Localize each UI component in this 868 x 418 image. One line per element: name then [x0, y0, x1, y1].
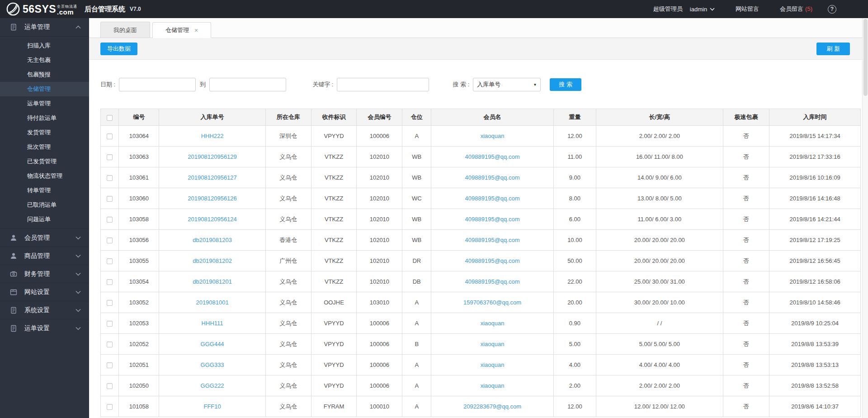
search-button[interactable]: 搜 索 [550, 78, 581, 91]
sidebar-item-shipping-mgmt[interactable]: 发货管理 [0, 125, 89, 140]
search-type-select[interactable]: 入库单号 ▼ [473, 78, 541, 91]
cell-member-name-link[interactable]: xiaoquan [431, 375, 554, 396]
date-from-input[interactable] [119, 78, 196, 91]
cell-warehouse: 义乌仓 [265, 147, 311, 167]
date-to-input[interactable] [209, 78, 286, 91]
cell-warehouse: 义乌仓 [265, 271, 311, 292]
table-row: 103056 db2019081203 香港仓 VTKZZ 102010 WB … [101, 230, 861, 251]
row-checkbox[interactable] [107, 321, 113, 327]
cell-inbound-no-link[interactable]: 2019081001 [159, 292, 265, 313]
cell-inbound-no-link[interactable]: db2019081203 [159, 230, 265, 251]
row-checkbox[interactable] [107, 175, 113, 181]
sidebar-item-package-forecast[interactable]: 包裹预报 [0, 67, 89, 82]
sidebar-item-batch-mgmt[interactable]: 批次管理 [0, 140, 89, 154]
cell-member-name-link[interactable]: xiaoquan [431, 334, 554, 355]
cell-inbound-no-link[interactable]: GGG222 [159, 375, 265, 396]
scrollbar-thumb[interactable] [863, 19, 868, 96]
row-checkbox[interactable] [107, 258, 113, 264]
row-checkbox[interactable] [107, 154, 113, 160]
cell-inbound-no-link[interactable]: 201908120956129 [159, 147, 265, 167]
cell-inbound-no-link[interactable]: HHH111 [159, 313, 265, 334]
cell-recipient-code: VTKZZ [311, 251, 357, 271]
refresh-button[interactable]: 刷 新 [816, 43, 850, 55]
cell-express-package: 否 [723, 251, 769, 271]
cell-id: 103060 [119, 188, 159, 209]
cell-member-name-link[interactable]: 409889195@qq.com [431, 251, 554, 271]
sidebar-group-waybill-mgmt[interactable]: 运单管理 [0, 18, 89, 36]
sidebar-group-product-mgmt[interactable]: 商品管理 [0, 247, 89, 265]
cell-member-name-link[interactable]: xiaoquan [431, 313, 554, 334]
cell-dimensions: 20.00/ 20.00/ 20.00 [596, 230, 723, 251]
row-checkbox[interactable] [107, 383, 113, 389]
cell-member-name-link[interactable]: 409889195@qq.com [431, 167, 554, 188]
row-checkbox[interactable] [107, 362, 113, 368]
cell-inbound-no-link[interactable]: db2019081201 [159, 271, 265, 292]
chevron-down-icon [75, 272, 81, 276]
app-title: 后台管理系统 [85, 5, 125, 14]
cell-id: 101058 [119, 396, 159, 417]
sidebar-item-waybill-mgmt[interactable]: 运单管理 [0, 96, 89, 111]
row-checkbox[interactable] [107, 133, 113, 139]
cell-dimensions: 12.00/ 12.00/ 12.00 [596, 396, 723, 417]
help-icon[interactable]: ? [828, 5, 836, 14]
sidebar-item-logistics-status-mgmt[interactable]: 物流状态管理 [0, 169, 89, 183]
sidebar-item-transfer-mgmt[interactable]: 转单管理 [0, 183, 89, 198]
cell-inbound-no-link[interactable]: GGG444 [159, 334, 265, 355]
cell-inbound-no-link[interactable]: GGG333 [159, 355, 265, 375]
cell-member-name-link[interactable]: 409889195@qq.com [431, 209, 554, 230]
row-checkbox[interactable] [107, 196, 113, 202]
col-header-inbound-no: 入库单号 [159, 109, 265, 126]
cell-express-package: 否 [723, 313, 769, 334]
cell-member-name-link[interactable]: 409889195@qq.com [431, 147, 554, 167]
cell-member-name-link[interactable]: 409889195@qq.com [431, 230, 554, 251]
cell-inbound-no-link[interactable]: 201908120956124 [159, 209, 265, 230]
cell-inbound-no-link[interactable]: 201908120956127 [159, 167, 265, 188]
cell-member-name-link[interactable]: 2092283679@qq.com [431, 396, 554, 417]
cell-member-name-link[interactable]: 1597063760@qq.com [431, 292, 554, 313]
close-icon[interactable]: × [194, 27, 198, 33]
sidebar-item-unclaimed-packages[interactable]: 无主包裹 [0, 53, 89, 67]
sidebar-group-website-settings[interactable]: 网站设置 [0, 283, 89, 301]
cell-inbound-no-link[interactable]: db2019081202 [159, 251, 265, 271]
cell-dimensions: 11.00/ 6.00/ 3.00 [596, 209, 723, 230]
cell-member-name-link[interactable]: xiaoquan [431, 355, 554, 375]
sidebar-item-unpaid-waybills[interactable]: 待付款运单 [0, 111, 89, 125]
keyword-input[interactable] [337, 78, 429, 91]
export-data-button[interactable]: 导出数据 [100, 43, 137, 55]
cell-member-name-link[interactable]: xiaoquan [431, 126, 554, 147]
cell-inbound-no-link[interactable]: HHH222 [159, 126, 265, 147]
tab-warehouse-mgmt[interactable]: 仓储管理 × [152, 22, 211, 38]
sidebar-item-cancelled-waybills[interactable]: 已取消运单 [0, 198, 89, 212]
row-checkbox[interactable] [107, 300, 113, 306]
cell-id: 103058 [119, 209, 159, 230]
sidebar-group-waybill-settings[interactable]: 运单设置 [0, 319, 89, 337]
sidebar-group-member-mgmt[interactable]: 会员管理 [0, 228, 89, 247]
sidebar-group-system-settings[interactable]: 系统设置 [0, 301, 89, 319]
cell-inbound-no-link[interactable]: 201908120956126 [159, 188, 265, 209]
row-checkbox[interactable] [107, 404, 113, 410]
cell-member-name-link[interactable]: 409889195@qq.com [431, 188, 554, 209]
member-messages-link[interactable]: 会员留言(5) [780, 5, 812, 13]
sidebar-item-warehouse-mgmt[interactable]: 仓储管理 [0, 82, 89, 96]
select-all-checkbox[interactable] [107, 115, 113, 121]
cell-warehouse: 义乌仓 [265, 188, 311, 209]
user-menu[interactable]: iadmin [690, 6, 715, 13]
cell-express-package: 否 [723, 396, 769, 417]
cell-member-name-link[interactable]: 409889195@qq.com [431, 271, 554, 292]
cell-inbound-no-link[interactable]: FFF10 [159, 396, 265, 417]
tab-my-desktop[interactable]: 我的桌面 [100, 22, 150, 38]
site-messages-link[interactable]: 网站留言 [736, 5, 759, 13]
sidebar-item-shipped-mgmt[interactable]: 已发货管理 [0, 154, 89, 169]
scrollbar[interactable] [862, 18, 868, 418]
chevron-down-icon [75, 327, 81, 330]
cell-warehouse: 义乌仓 [265, 292, 311, 313]
sidebar-item-problem-waybills[interactable]: 问题运单 [0, 212, 89, 227]
cell-recipient-code: VTKZZ [311, 167, 357, 188]
row-checkbox[interactable] [107, 342, 113, 347]
sidebar-group-finance-mgmt[interactable]: 财务管理 [0, 265, 89, 283]
row-checkbox[interactable] [107, 217, 113, 223]
row-checkbox[interactable] [107, 279, 113, 285]
sidebar-item-scan-inbound[interactable]: 扫描入库 [0, 38, 89, 53]
row-checkbox[interactable] [107, 238, 113, 243]
cell-express-package: 否 [723, 334, 769, 355]
